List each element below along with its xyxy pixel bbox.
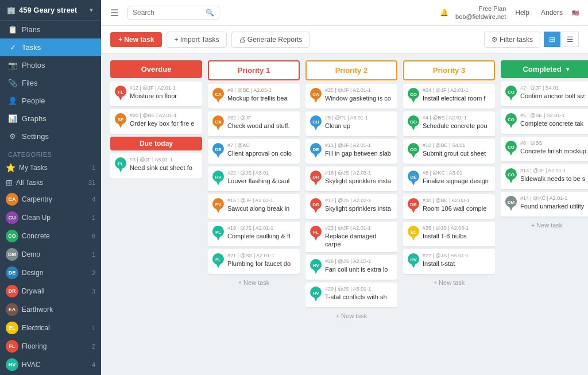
task-card[interactable]: FL #12 | @JF | A2.01-1Moisture on floor [110, 82, 202, 106]
task-meta: #22 | @JS | A3.01 [227, 170, 296, 176]
task-card[interactable]: CO #5 | @BE | S2.01-1Complete concrete t… [501, 109, 588, 134]
new-task-inline-button[interactable]: + New task [501, 219, 588, 231]
task-meta: #16 | @JS | A2.03-1 [325, 170, 393, 176]
sidebar-header[interactable]: 🏢 459 Geary street ▼ [0, 0, 101, 21]
task-card[interactable]: CU #5 | @FL | A5.01-1Clean up [305, 111, 397, 136]
task-content: #27 | @JS | A5.01-1Install t-stat [423, 253, 491, 268]
sidebar-item-plans[interactable]: 📋 Plans [0, 21, 101, 38]
task-content: #3 | @JF | A5.01-1Need sink cut sheet fo [130, 157, 198, 172]
sidebar-item-electrical[interactable]: EL Electrical 1 [0, 319, 101, 337]
sidebar-item-carpentry[interactable]: CA Carpentry 4 [0, 190, 101, 208]
sidebar-nav: 📋 Plans ✓ Tasks 📷 Photos 📎 Files 👤 Peopl… [0, 21, 101, 145]
task-card[interactable]: DM #14 | @KC | A2.01-1Found unmarked uti… [501, 192, 588, 217]
sidebar-item-label: People [22, 96, 45, 105]
task-pin: CU [310, 115, 322, 133]
grid-icon: ⊞ [6, 178, 13, 187]
sidebar-item-demo[interactable]: DM Demo 1 [0, 245, 101, 264]
svg-text:HV: HV [410, 257, 417, 262]
task-card[interactable]: HV #22 | @JS | A3.01Louver flashing & ca… [208, 167, 300, 191]
task-card[interactable]: CA #25 | @JF | A2.01-1Window gasketing i… [305, 84, 397, 109]
task-card[interactable]: CO #4 | @BS | A2.01-1Schedule concrete p… [403, 111, 495, 136]
grid-view-button[interactable]: ⊞ [544, 32, 560, 47]
task-card[interactable]: CO #13 | @JF | A2.01-1Sidewalk needs to … [501, 164, 588, 189]
svg-text:HV: HV [312, 263, 319, 268]
sidebar-item-clean-up[interactable]: CU Clean Up 1 [0, 208, 101, 227]
task-meta: #6 | @KC | A3.01 [423, 170, 491, 176]
svg-marker-67 [411, 207, 416, 213]
help-button[interactable]: Help [513, 7, 532, 18]
sidebar-item-all-tasks[interactable]: ⊞ All Tasks 31 [0, 175, 101, 190]
task-card[interactable]: DE #7 | @KCClient approval on colo [208, 139, 300, 164]
task-meta: #20 | @BE | A2.01-1 [130, 113, 198, 118]
sidebar-item-photos[interactable]: 📷 Photos [0, 56, 101, 74]
task-card[interactable]: CO #8 | @BSConcrete finish mockup [501, 137, 588, 161]
user-menu-button[interactable]: Anders [539, 7, 565, 18]
svg-marker-58 [411, 124, 416, 130]
generate-reports-button[interactable]: 🖨 Generate Reports [231, 32, 310, 48]
task-content: #2 | @JF | S4.01Confirm anchor bolt siz [520, 85, 588, 100]
task-meta: #14 | @KC | A2.01-1 [520, 195, 588, 201]
sidebar-item-flooring[interactable]: FL Flooring 2 [0, 337, 101, 355]
task-content: #12 | @JF | A2.01-1Moisture on floor [130, 85, 198, 100]
task-meta: #29 | @JS | A5.01-1 [325, 286, 393, 292]
sidebar-item-earthwork[interactable]: EA Earthwork [0, 300, 101, 319]
column-scroll: CA #9 | @BE | A2.03-1Mockup for trellis … [208, 84, 300, 288]
task-content: #9 | @BE | A2.03-1Mockup for trellis bea [227, 87, 296, 102]
sidebar-item-drywall[interactable]: DR Drywall 3 [0, 282, 101, 300]
list-view-button[interactable]: ☰ [562, 32, 579, 47]
all-tasks-label: All Tasks [16, 179, 85, 187]
task-card[interactable]: PL #3 | @JF | A5.01-1Need sink cut sheet… [110, 153, 202, 178]
task-card[interactable]: CO #24 | @JF | A2.01-1Install electrical… [403, 84, 495, 109]
task-card[interactable]: DE #6 | @KC | A3.01Finalize signage desi… [403, 167, 495, 191]
sidebar-item-settings[interactable]: ⚙ Settings [0, 127, 101, 145]
task-card[interactable]: HV #28 | @JS | A2.03-1Fan coil unit is e… [305, 255, 397, 280]
import-tasks-button[interactable]: + Import Tasks [167, 32, 226, 48]
task-title: Fan coil unit is extra lo [325, 265, 393, 273]
task-card[interactable]: DE #11 | @JF | A2.01-1Fill in gap betwee… [305, 139, 397, 164]
svg-marker-13 [215, 124, 221, 130]
new-task-button[interactable]: + New task [110, 32, 162, 47]
task-card[interactable]: CA #32 | @JFCheck wood and stuff. [208, 111, 300, 136]
sidebar-item-hvac[interactable]: HV HVAC 4 [0, 355, 101, 374]
task-card[interactable]: DR #30 | @BE | A2.03-1Room 106 wall comp… [403, 194, 495, 219]
sidebar-item-files[interactable]: 📎 Files [0, 74, 101, 92]
notification-icon[interactable]: 🔔 [440, 9, 448, 17]
category-badge: CO [6, 230, 18, 242]
categories-list: CA Carpentry 4 CU Clean Up 1 CO Concrete… [0, 190, 101, 375]
task-content: #6 | @KC | A3.01Finalize signage design [423, 170, 491, 185]
task-card[interactable]: CO #2 | @JF | S4.01Confirm anchor bolt s… [501, 82, 588, 106]
sidebar-item-my-tasks[interactable]: ⭐ My Tasks 1 [0, 160, 101, 175]
task-card[interactable]: HV #29 | @JS | A5.01-1T-stat conflicts w… [305, 283, 397, 307]
sidebar-item-design[interactable]: DE Design 2 [0, 264, 101, 282]
new-task-inline-button[interactable]: + New task [305, 310, 397, 322]
task-card[interactable]: DR #16 | @JS | A2.03-1Skylight sprinkler… [305, 167, 397, 191]
sidebar-item-graphs[interactable]: 📊 Graphs [0, 110, 101, 127]
sidebar-item-tasks[interactable]: ✓ Tasks [0, 38, 101, 56]
hamburger-icon[interactable]: ☰ [110, 7, 118, 18]
filter-tasks-button[interactable]: ⚙ Filter tasks [484, 32, 540, 48]
task-card[interactable]: EL #26 | @JS | A2.03-1Install T-8 bulbs [403, 222, 495, 246]
column-header-completed: Completed ▼ [501, 60, 588, 78]
task-title: Client approval on colo [227, 149, 296, 157]
new-task-inline-button[interactable]: + New task [403, 277, 495, 288]
sidebar-item-concrete[interactable]: CO Concrete 8 [0, 227, 101, 245]
task-card[interactable]: PL #19 | @JS | A2.01-1Complete caulking … [208, 222, 300, 246]
svg-marker-79 [508, 122, 514, 128]
task-card[interactable]: HV #27 | @JS | A5.01-1Install t-stat [403, 249, 495, 274]
category-label: Drywall [22, 287, 88, 295]
task-card[interactable]: DR #17 | @JS | A2.03-1Skylight sprinkler… [305, 194, 397, 219]
sidebar-item-people[interactable]: 👤 People [0, 92, 101, 110]
task-card[interactable]: PV #15 | @JF | A2.03-1Sawcut along break… [208, 194, 300, 219]
svg-marker-4 [118, 122, 123, 128]
task-card[interactable]: CA #9 | @BE | A2.03-1Mockup for trellis … [208, 84, 300, 109]
svg-marker-49 [313, 268, 319, 274]
files-icon: 📎 [8, 79, 17, 87]
new-task-inline-button[interactable]: + New task [208, 277, 300, 288]
task-card[interactable]: SP #20 | @BE | A2.01-1Order key box for … [110, 109, 202, 134]
svg-text:CO: CO [410, 119, 417, 125]
task-card[interactable]: PL #21 | @BS | A2.01-1Plumbing for fauce… [208, 249, 300, 274]
search-input[interactable] [133, 9, 202, 17]
task-pin: HV [407, 253, 420, 270]
task-card[interactable]: FL #23 | @JF | A2.01-1Replace damaged ca… [305, 222, 397, 252]
task-card[interactable]: CO #10 | @BE | S4.01Submit grout cut she… [403, 139, 495, 164]
